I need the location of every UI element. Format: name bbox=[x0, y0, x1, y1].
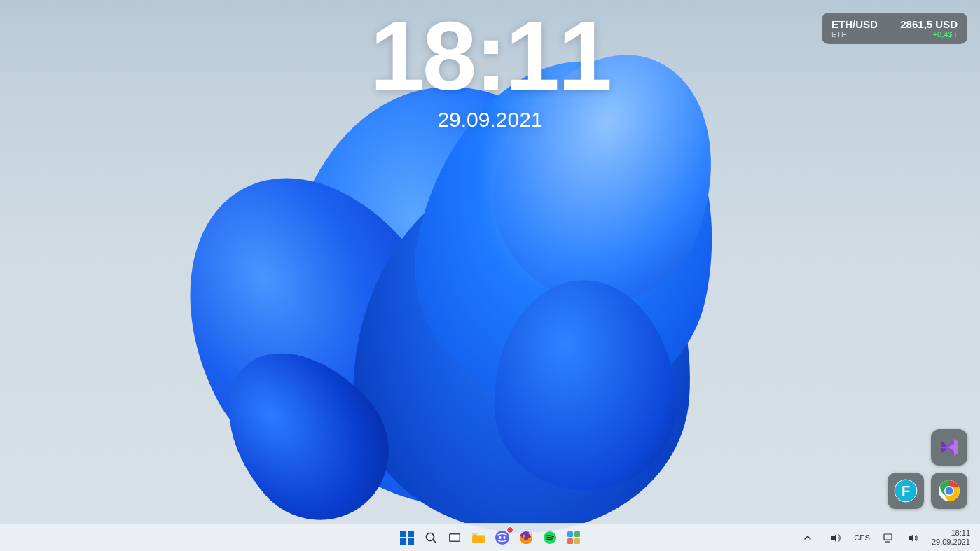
discord-button[interactable] bbox=[492, 528, 512, 547]
taskbar-time: 18:11 bbox=[932, 529, 970, 538]
svg-rect-13 bbox=[450, 534, 459, 540]
file-explorer-button[interactable] bbox=[469, 528, 488, 547]
language-indicator[interactable]: CES bbox=[854, 533, 870, 542]
tray-volume-2[interactable] bbox=[904, 528, 923, 547]
svg-rect-21 bbox=[567, 531, 573, 537]
desktop[interactable]: 18:11 29.09.2021 ETH/USD 2861,5 USD ETH … bbox=[0, 0, 980, 551]
crypto-pair: ETH/USD bbox=[831, 18, 878, 30]
system-tray: CES 18:11 29.09.20 bbox=[798, 524, 974, 551]
taskbar-clock[interactable]: 18:11 29.09.2021 bbox=[932, 529, 974, 547]
spotify-icon bbox=[543, 531, 557, 545]
svg-point-17 bbox=[499, 536, 501, 539]
task-view-icon bbox=[448, 531, 461, 544]
svg-rect-23 bbox=[567, 538, 573, 544]
svg-text:F: F bbox=[902, 483, 910, 498]
svg-rect-25 bbox=[884, 534, 892, 540]
svg-line-11 bbox=[433, 540, 436, 543]
start-button[interactable] bbox=[397, 528, 417, 547]
taskbar-date: 29.09.2021 bbox=[932, 538, 970, 547]
widgets-button[interactable] bbox=[564, 528, 584, 547]
network-icon bbox=[883, 533, 893, 543]
windows-icon bbox=[400, 531, 414, 545]
folder-icon bbox=[471, 531, 485, 544]
svg-point-18 bbox=[503, 536, 505, 539]
tile-f-app[interactable]: F bbox=[888, 473, 924, 509]
desktop-tiles: F bbox=[888, 429, 967, 509]
widgets-icon bbox=[567, 531, 580, 544]
clock-time: 18:11 bbox=[370, 7, 610, 105]
search-button[interactable] bbox=[421, 528, 441, 547]
tray-overflow-button[interactable] bbox=[798, 528, 817, 547]
crypto-price: 2861,5 USD bbox=[900, 18, 958, 30]
svg-rect-6 bbox=[400, 531, 406, 537]
svg-rect-15 bbox=[474, 535, 476, 537]
tile-chrome[interactable] bbox=[931, 473, 967, 509]
task-view-button[interactable] bbox=[445, 528, 464, 547]
svg-rect-22 bbox=[574, 531, 580, 537]
chrome-icon bbox=[937, 479, 961, 503]
svg-point-5 bbox=[946, 487, 953, 495]
svg-rect-24 bbox=[574, 538, 580, 544]
tile-visual-studio[interactable] bbox=[931, 429, 967, 466]
svg-rect-7 bbox=[408, 531, 414, 537]
crypto-symbol: ETH bbox=[831, 30, 847, 39]
crypto-widget[interactable]: ETH/USD 2861,5 USD ETH +0,4$↑ bbox=[822, 13, 967, 44]
volume-icon bbox=[908, 533, 918, 543]
svg-rect-8 bbox=[400, 538, 406, 545]
chevron-up-icon bbox=[803, 533, 812, 542]
clock-date: 29.09.2021 bbox=[370, 108, 610, 132]
f-app-icon: F bbox=[893, 478, 918, 503]
volume-icon bbox=[831, 533, 841, 543]
crypto-change: +0,4$↑ bbox=[933, 30, 958, 39]
tray-volume-1[interactable] bbox=[826, 528, 846, 547]
clock-widget: 18:11 29.09.2021 bbox=[370, 7, 610, 132]
notification-badge-icon bbox=[506, 526, 513, 533]
spotify-button[interactable] bbox=[540, 528, 560, 547]
taskbar-center bbox=[397, 528, 584, 547]
tray-network[interactable] bbox=[878, 528, 898, 547]
arrow-up-icon: ↑ bbox=[954, 30, 958, 39]
svg-rect-14 bbox=[472, 536, 485, 543]
svg-rect-9 bbox=[408, 538, 414, 545]
search-icon bbox=[425, 531, 437, 544]
firefox-button[interactable] bbox=[516, 528, 536, 547]
taskbar: CES 18:11 29.09.20 bbox=[0, 523, 980, 551]
firefox-icon bbox=[519, 531, 533, 545]
visual-studio-icon bbox=[939, 437, 960, 458]
